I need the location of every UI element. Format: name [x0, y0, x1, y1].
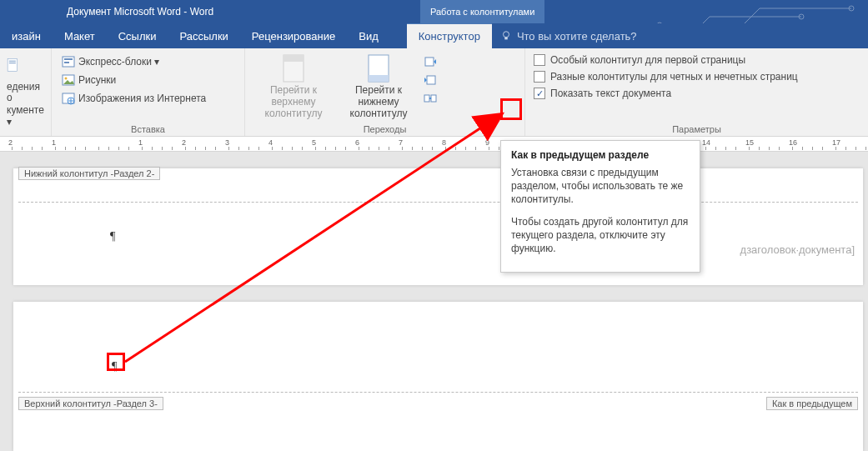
tab-references[interactable]: Ссылки [107, 23, 168, 48]
nav-small-buttons [422, 53, 439, 107]
svg-point-1 [849, 6, 854, 11]
pictures-button[interactable]: Рисунки [58, 72, 238, 88]
svg-rect-7 [9, 63, 16, 63]
group-insert-label: Вставка [52, 124, 244, 134]
doc-info-line1: едения о [7, 82, 44, 103]
pilcrow-mark: ¶ [110, 230, 115, 243]
checkbox-different-odd-even[interactable]: Разные колонтитулы для четных и нечетных… [532, 70, 861, 83]
checkbox-different-first-page[interactable]: Особый колонтитул для первой страницы [532, 53, 861, 67]
svg-rect-16 [283, 55, 304, 62]
online-pictures-button[interactable]: Изображения из Интернета [58, 90, 238, 107]
quick-parts-button[interactable]: Экспресс-блоки ▾ [58, 53, 238, 70]
next-section-icon [424, 73, 437, 87]
lightbulb-icon [500, 30, 512, 42]
tab-view[interactable]: Вид [347, 23, 390, 48]
ruler-tick: 7 [399, 138, 403, 147]
goto-header-icon [280, 53, 307, 83]
svg-point-0 [799, 14, 804, 19]
svg-rect-19 [425, 58, 434, 66]
checkbox-icon [534, 54, 545, 66]
svg-rect-5 [8, 58, 17, 71]
group-options-label: Параметры [525, 124, 868, 134]
svg-rect-22 [431, 95, 436, 102]
svg-rect-10 [64, 62, 69, 63]
svg-point-3 [503, 32, 509, 38]
ruler-tick: 8 [442, 138, 446, 147]
svg-rect-20 [427, 76, 435, 84]
ruler-tick: 2 [182, 138, 186, 147]
group-options: Особый колонтитул для первой страницы Ра… [525, 48, 868, 136]
prev-section-icon [424, 55, 437, 68]
group-insert: Экспресс-блоки ▾ Рисунки Изображения из … [52, 48, 245, 136]
online-pictures-icon [62, 92, 75, 105]
group-navigation-label: Переходы [245, 124, 524, 134]
tooltip-paragraph-1: Установка связи с предыдущим разделом, ч… [511, 166, 690, 207]
ruler-tick: 9 [485, 138, 489, 147]
contextual-tab-headerfooter: Работа с колонтитулами [420, 0, 544, 23]
checkbox-icon-checked: ✓ [534, 88, 545, 99]
goto-footer-icon [365, 53, 392, 83]
page-section-2: Нижний колонтитул -Раздел 2- ¶ дзаголово… [13, 168, 863, 285]
tab-layout[interactable]: Макет [53, 23, 107, 48]
ribbon: едения о кументе ▾ Экспресс-блоки ▾ Рису… [0, 48, 868, 137]
doc-info-line2[interactable]: кументе ▾ [7, 105, 44, 127]
ruler-tick: 1 [52, 138, 56, 147]
checkbox-icon [534, 71, 545, 83]
header-section-3-label: Верхний колонтитул -Раздел 3- [18, 397, 163, 410]
tooltip-paragraph-2: Чтобы создать другой колонтитул для теку… [511, 215, 690, 256]
svg-rect-6 [9, 61, 16, 62]
ruler-tick: 17 [832, 138, 840, 147]
annotation-highlight-target [107, 353, 125, 371]
tab-constructor[interactable]: Конструктор [407, 23, 492, 48]
window-title: Документ Microsoft Word - Word [67, 6, 213, 18]
svg-rect-18 [369, 75, 389, 82]
ruler-tick: 15 [745, 138, 754, 147]
goto-footer-button[interactable]: Перейти к нижнему колонтитулу [337, 52, 420, 121]
tab-review[interactable]: Рецензирование [240, 23, 347, 48]
svg-rect-9 [64, 58, 73, 60]
document-canvas: Нижний колонтитул -Раздел 2- ¶ дзаголово… [0, 152, 868, 451]
ruler-tick: 6 [355, 138, 359, 147]
ruler-tick: 2 [8, 138, 13, 147]
title-bar: Документ Microsoft Word - Word Работа с … [0, 0, 868, 23]
group-navigation: Перейти к верхнему колонтитулу Перейти к… [245, 48, 525, 136]
tell-me-box[interactable]: Что вы хотите сделать? [492, 23, 645, 48]
svg-rect-4 [504, 38, 508, 40]
tab-design[interactable]: изайн [0, 23, 53, 48]
link-to-previous-button[interactable] [422, 90, 439, 107]
goto-header-button: Перейти к верхнему колонтитулу [252, 52, 335, 121]
ruler-tick: 14 [702, 138, 710, 147]
link-to-previous-badge: Как в предыдущем [766, 397, 858, 410]
page-section-3: ¶ Верхний колонтитул -Раздел 3- Как в пр… [13, 302, 863, 451]
next-section-button[interactable] [422, 72, 439, 88]
ruler-tick: 16 [789, 138, 797, 147]
prev-section-button[interactable] [422, 53, 439, 70]
svg-rect-21 [424, 95, 429, 102]
document-info-icon [7, 52, 20, 80]
group-document-info: едения о кументе ▾ [0, 48, 52, 136]
svg-point-12 [65, 78, 68, 80]
tell-me-placeholder: Что вы хотите сделать? [517, 30, 637, 43]
ruler-tick: 3 [225, 138, 229, 147]
link-to-previous-icon [424, 92, 437, 105]
checkbox-show-document-text[interactable]: ✓ Показать текст документа [532, 87, 861, 100]
tooltip-title: Как в предыдущем разделе [511, 149, 690, 161]
tooltip-link-to-previous: Как в предыдущем разделе Установка связи… [500, 140, 700, 273]
tab-mailings[interactable]: Рассылки [168, 23, 239, 48]
pictures-icon [62, 73, 75, 87]
header-placeholder-text: дзаголовок·документа] [740, 243, 855, 256]
ruler-tick: 4 [268, 138, 273, 147]
quick-parts-icon [62, 55, 75, 68]
ruler-tick: 1 [138, 138, 143, 147]
footer-section-2-label: Нижний колонтитул -Раздел 2- [18, 167, 160, 180]
annotation-highlight-source [500, 98, 522, 120]
horizontal-ruler[interactable]: 2112345678910111213141516171819 [0, 137, 868, 152]
ribbon-tabs: изайн Макет Ссылки Рассылки Рецензирован… [0, 23, 868, 48]
ruler-tick: 5 [312, 138, 316, 147]
